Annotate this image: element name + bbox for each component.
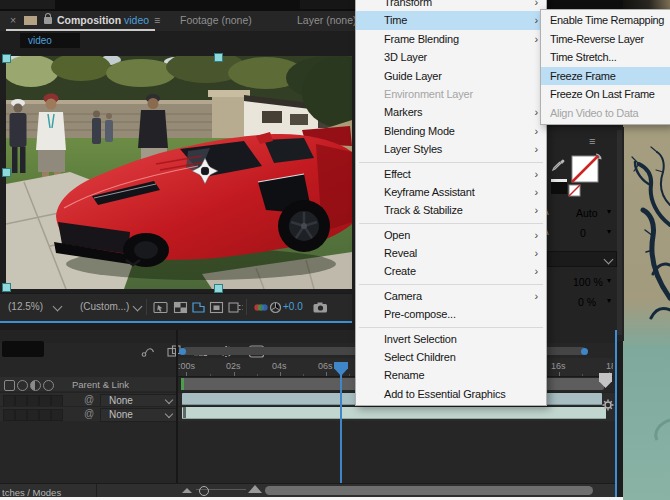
motion-blur-toggle-icon[interactable] <box>30 380 41 391</box>
zoom-in-mountain-icon[interactable] <box>248 485 262 493</box>
horizontal-scrollbar[interactable] <box>265 486 593 495</box>
layer-handle-left-mid[interactable] <box>2 168 11 177</box>
caret-down-icon[interactable]: ▾ <box>607 296 611 305</box>
hand-snapshot-tool-icon[interactable] <box>152 300 169 315</box>
toggle-switches-modes-button[interactable]: tches / Modes <box>2 487 61 498</box>
layer-handle-bottom-mid[interactable] <box>214 284 223 293</box>
pickwhip-icon[interactable]: @ <box>84 394 94 405</box>
menu-item-create[interactable]: Create› <box>356 262 546 280</box>
submenu-arrow-icon: › <box>535 183 538 201</box>
composition-preview-image[interactable] <box>6 56 352 289</box>
region-of-interest-icon[interactable] <box>190 300 207 315</box>
black-white-swatch[interactable] <box>551 179 567 194</box>
submenu-arrow-icon: › <box>535 165 538 183</box>
zoom-out-mountain-icon[interactable] <box>182 488 192 493</box>
graph-editor-toggle-icon[interactable] <box>43 380 54 391</box>
guides-proxy-icon[interactable] <box>227 300 244 315</box>
selected-layer-chip[interactable]: video <box>20 33 80 48</box>
fill-opacity-value[interactable]: 100 % <box>573 276 603 288</box>
chevron-down-icon <box>165 409 173 417</box>
menu-item-layer-styles[interactable]: Layer Styles› <box>356 140 546 158</box>
exposure-value[interactable]: +0.0 <box>283 301 303 312</box>
eyedropper-icon[interactable] <box>551 158 566 173</box>
menu-item-track-stabilize[interactable]: Track & Stabilize› <box>356 201 546 219</box>
menu-item-add-to-essential-graphics[interactable]: Add to Essential Graphics <box>356 385 546 403</box>
ruler-label: :00s <box>178 361 195 371</box>
menu-item-time[interactable]: Time› <box>356 11 546 29</box>
menu-item-transform[interactable]: Transform› <box>356 0 546 11</box>
stroke-width-value[interactable]: 0 % <box>578 296 596 308</box>
caret-down-icon[interactable]: ▾ <box>607 227 611 236</box>
navigator-start-handle[interactable] <box>179 348 186 355</box>
panel-menu-icon[interactable]: ≡ <box>154 14 160 26</box>
layer-context-menu: Transform› Time› Frame Blending› 3D Laye… <box>355 0 547 406</box>
layer-handle-top-mid[interactable] <box>214 53 223 62</box>
layer-in-notch <box>183 407 186 418</box>
menu-item-camera[interactable]: Camera› <box>356 287 546 305</box>
panel-scrollbar[interactable] <box>617 130 622 335</box>
submenu-item-align-video-to-data: Align Video to Data <box>541 104 670 123</box>
tab-layer[interactable]: Layer (none) <box>297 14 357 26</box>
layer-handle-bottom-left[interactable] <box>2 283 11 292</box>
submenu-arrow-icon: › <box>535 103 538 121</box>
kerning-value[interactable]: Auto <box>576 207 598 219</box>
layer-duration-bar-2[interactable] <box>182 407 606 419</box>
ruler-label: 04s <box>272 361 287 371</box>
submenu-arrow-icon: › <box>535 11 538 29</box>
menu-item-pre-compose[interactable]: Pre-compose... <box>356 305 546 323</box>
submenu-item-time-reverse-layer[interactable]: Time-Reverse Layer <box>541 30 670 49</box>
fill-stroke-swatches[interactable] <box>568 152 602 198</box>
panel-menu-icon[interactable]: ≡ <box>589 135 595 147</box>
submenu-arrow-icon: › <box>535 262 538 280</box>
submenu-arrow-icon: › <box>535 140 538 158</box>
current-time-field[interactable] <box>2 341 44 357</box>
ruler-label: 18s <box>606 361 613 371</box>
submenu-arrow-icon: › <box>535 122 538 140</box>
tab-footage[interactable]: Footage (none) <box>180 14 252 26</box>
close-icon[interactable]: × <box>10 14 16 26</box>
submenu-item-freeze-frame[interactable]: Freeze Frame <box>541 67 670 86</box>
layer-handle-top-left[interactable] <box>2 54 11 63</box>
navigator-end-handle[interactable] <box>581 348 588 355</box>
menu-item-select-children[interactable]: Select Children <box>356 348 546 366</box>
mask-visibility-icon[interactable] <box>208 300 225 315</box>
parent-link-header[interactable]: Parent & Link <box>72 379 129 390</box>
menu-item-rename[interactable]: Rename <box>356 366 546 384</box>
parent-pickwhip-icon[interactable] <box>140 344 157 359</box>
menu-item-blending-mode[interactable]: Blending Mode› <box>356 122 546 140</box>
menu-item-keyframe-assistant[interactable]: Keyframe Assistant› <box>356 183 546 201</box>
tab-composition-name[interactable]: video <box>124 14 149 26</box>
gear-icon[interactable] <box>601 398 615 412</box>
submenu-arrow-icon: › <box>535 201 538 219</box>
tab-composition-label[interactable]: Composition <box>57 14 121 26</box>
ruler-label: 02s <box>226 361 241 371</box>
caret-down-icon[interactable]: ▾ <box>607 207 611 216</box>
menu-item-invert-selection[interactable]: Invert Selection <box>356 330 546 348</box>
menu-item-reveal[interactable]: Reveal› <box>356 244 546 262</box>
menu-item-open[interactable]: Open› <box>356 226 546 244</box>
menu-item-guide-layer[interactable]: Guide Layer <box>356 67 546 85</box>
resolution-dropdown[interactable]: (Custom...) <box>80 301 129 312</box>
submenu-item-time-stretch[interactable]: Time Stretch... <box>541 48 670 67</box>
menu-item-markers[interactable]: Markers› <box>356 103 546 121</box>
magnification-dropdown[interactable]: (12.5%) <box>8 301 43 312</box>
submenu-item-freeze-on-last-frame[interactable]: Freeze On Last Frame <box>541 85 670 104</box>
menu-item-frame-blending[interactable]: Frame Blending› <box>356 30 546 48</box>
submenu-arrow-icon: › <box>535 0 538 11</box>
pickwhip-icon[interactable]: @ <box>84 408 94 419</box>
exposure-shutter-icon[interactable] <box>267 300 284 315</box>
submenu-item-enable-time-remapping[interactable]: Enable Time Remapping <box>541 11 670 30</box>
snapshot-camera-icon[interactable] <box>312 300 329 315</box>
parent-dropdown-2[interactable]: None <box>100 408 178 422</box>
transparency-grid-icon[interactable] <box>172 300 189 315</box>
caret-down-icon[interactable]: ▾ <box>607 276 611 285</box>
lock-icon[interactable] <box>44 17 52 24</box>
tracking-value[interactable]: 0 <box>580 227 586 239</box>
menu-item-3d-layer[interactable]: 3D Layer <box>356 48 546 66</box>
menu-item-environment-layer: Environment Layer <box>356 85 546 103</box>
character-panel-dropdown[interactable] <box>547 251 617 267</box>
menu-item-effect[interactable]: Effect› <box>356 165 546 183</box>
timeline-zoom-knob[interactable] <box>199 486 209 496</box>
composition-shy-icon[interactable] <box>4 380 15 391</box>
frame-blend-toggle-icon[interactable] <box>17 380 28 391</box>
